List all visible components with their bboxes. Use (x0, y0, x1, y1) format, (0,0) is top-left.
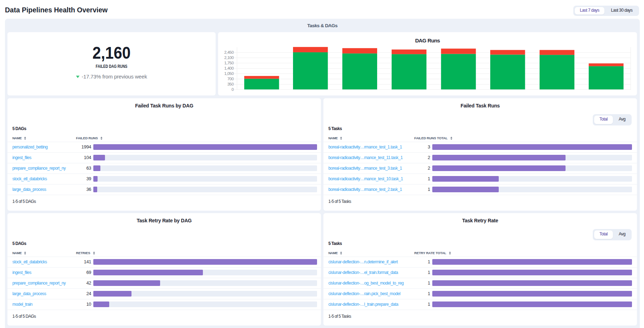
svg-text:1,400: 1,400 (224, 66, 234, 70)
svg-text:1,750: 1,750 (224, 61, 234, 65)
svg-text:700: 700 (227, 77, 234, 81)
svg-text:2,100: 2,100 (224, 55, 234, 60)
svg-text:350: 350 (227, 82, 234, 86)
svg-text:2,450: 2,450 (224, 50, 234, 54)
svg-text:0: 0 (232, 87, 234, 92)
svg-text:1,050: 1,050 (224, 71, 234, 76)
